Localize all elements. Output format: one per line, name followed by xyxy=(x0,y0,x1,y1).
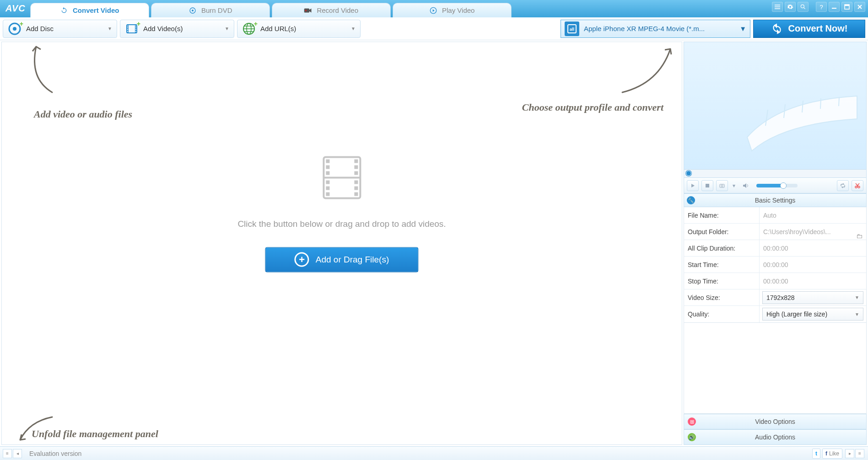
convert-now-button[interactable]: Convert Now! xyxy=(753,20,865,38)
play-button[interactable] xyxy=(687,180,699,191)
seek-bar[interactable] xyxy=(684,170,867,178)
file-name-field[interactable]: Auto xyxy=(760,212,866,219)
facebook-like-button[interactable]: fLike xyxy=(822,449,842,459)
loop-button[interactable] xyxy=(837,180,849,191)
app-logo: AVC xyxy=(5,3,26,14)
svg-rect-38 xyxy=(354,186,358,190)
duration-field[interactable]: 00:00:00 xyxy=(760,245,866,252)
svg-rect-14 xyxy=(127,26,128,27)
svg-rect-15 xyxy=(127,27,128,28)
add-drag-files-button[interactable]: + Add or Drag File(s) xyxy=(265,247,418,272)
button-label: Add Disc xyxy=(26,25,54,32)
settings-table: File Name: Auto Output Folder: C:\Users\… xyxy=(684,207,867,323)
svg-rect-18 xyxy=(135,26,136,27)
setting-stop-time: Stop Time: 00:00:00 xyxy=(684,273,866,289)
cut-button[interactable] xyxy=(852,180,863,191)
folder-icon[interactable]: 🗀 xyxy=(856,232,863,240)
close-icon[interactable] xyxy=(854,2,865,12)
svg-line-44 xyxy=(839,97,839,106)
tab-convert-video[interactable]: Convert Video xyxy=(30,3,149,17)
snapshot-dropdown-icon[interactable]: ▾ xyxy=(731,180,737,191)
tab-label: Play Video xyxy=(442,6,474,14)
svg-point-5 xyxy=(801,5,804,8)
svg-rect-31 xyxy=(326,180,329,184)
film-icon: + xyxy=(125,22,139,36)
convert-icon xyxy=(771,23,783,35)
stop-time-field[interactable]: 00:00:00 xyxy=(760,278,866,285)
file-list-area[interactable]: Add video or audio files Choose output p… xyxy=(1,42,682,445)
collapse-right-icon[interactable]: ▸ xyxy=(845,449,854,458)
list-view-icon[interactable]: ≡ xyxy=(3,449,12,458)
camera-icon xyxy=(304,6,312,15)
settings-icon[interactable] xyxy=(785,2,796,12)
setting-video-size: Video Size: 1792x828 ▼ xyxy=(684,289,866,306)
menu-icon[interactable] xyxy=(772,2,783,12)
twitter-button[interactable]: t xyxy=(812,449,820,459)
add-disc-button[interactable]: + Add Disc ▼ xyxy=(3,20,117,38)
volume-slider[interactable] xyxy=(756,184,798,187)
video-options-icon: ⊞ xyxy=(688,417,696,426)
svg-rect-37 xyxy=(354,180,358,184)
svg-rect-35 xyxy=(354,165,358,169)
status-bar: ≡ ◂ Evaluation version t fLike ▸ ≡ xyxy=(0,446,868,460)
svg-point-3 xyxy=(305,10,307,11)
main-tabs: Convert Video Burn DVD Record Video Play… xyxy=(30,2,513,17)
maximize-icon[interactable] xyxy=(841,2,852,12)
list-view-right-icon[interactable]: ≡ xyxy=(855,449,864,458)
search-icon[interactable] xyxy=(798,2,809,12)
setting-file-name: File Name: Auto xyxy=(684,207,866,224)
basic-settings-header[interactable]: 🔧 Basic Settings xyxy=(684,193,867,207)
volume-handle[interactable] xyxy=(780,182,787,189)
svg-point-10 xyxy=(13,27,16,31)
start-time-field[interactable]: 00:00:00 xyxy=(760,261,866,268)
quality-select[interactable]: High (Larger file size) ▼ xyxy=(762,308,863,321)
snapshot-button[interactable] xyxy=(716,180,728,191)
svg-point-47 xyxy=(721,185,723,187)
status-text: Evaluation version xyxy=(29,450,81,457)
facebook-icon: f xyxy=(825,450,827,457)
hint-arrow-icon xyxy=(20,42,66,97)
hint-arrow-icon xyxy=(613,42,677,97)
svg-line-43 xyxy=(820,98,821,109)
svg-rect-2 xyxy=(304,8,309,12)
output-profile-select[interactable]: all Apple iPhone XR MPEG-4 Movie (*.m...… xyxy=(561,20,750,38)
drop-zone: Click the button below or drag and drop … xyxy=(237,150,446,272)
svg-rect-29 xyxy=(326,165,329,169)
setting-all-clip-duration: All Clip Duration: 00:00:00 xyxy=(684,240,866,257)
svg-rect-21 xyxy=(135,31,136,32)
tab-burn-dvd[interactable]: Burn DVD xyxy=(151,3,270,17)
tab-label: Burn DVD xyxy=(201,6,232,14)
right-panel: ▾ 🔧 Basic Settings File Name: Auto Outpu… xyxy=(684,42,867,445)
profile-icon: all xyxy=(565,21,579,36)
video-options-header[interactable]: ⊞ Video Options xyxy=(684,414,867,429)
seek-handle[interactable] xyxy=(686,171,691,176)
svg-rect-45 xyxy=(706,184,709,187)
add-urls-button[interactable]: + Add URL(s) ▼ xyxy=(237,20,361,38)
svg-rect-39 xyxy=(354,192,358,196)
output-folder-field[interactable]: C:\Users\hroy\Videos\... 🗀 xyxy=(760,228,866,235)
help-icon[interactable]: ? xyxy=(816,2,827,12)
plus-circle-icon: + xyxy=(295,252,309,267)
chevron-down-icon: ▼ xyxy=(108,26,112,31)
svg-rect-17 xyxy=(127,31,128,32)
add-videos-button[interactable]: + Add Video(s) ▼ xyxy=(120,20,234,38)
button-label: Convert Now! xyxy=(788,23,848,34)
svg-rect-33 xyxy=(326,192,329,196)
svg-rect-30 xyxy=(326,171,329,175)
button-label: Add Video(s) xyxy=(143,25,183,32)
chevron-down-icon: ▼ xyxy=(351,26,356,31)
audio-options-header[interactable]: 🔊 Audio Options xyxy=(684,429,867,445)
audio-options-icon: 🔊 xyxy=(688,433,696,441)
stop-button[interactable] xyxy=(701,180,713,191)
collapse-left-icon[interactable]: ◂ xyxy=(13,449,22,458)
volume-icon[interactable] xyxy=(740,180,752,191)
title-bar: AVC Convert Video Burn DVD Record Video … xyxy=(0,0,868,17)
chevron-down-icon: ▼ xyxy=(855,295,859,300)
tab-play-video[interactable]: Play Video xyxy=(393,3,512,17)
tab-record-video[interactable]: Record Video xyxy=(272,3,391,17)
svg-rect-32 xyxy=(326,186,329,190)
minimize-icon[interactable] xyxy=(829,2,840,12)
video-size-select[interactable]: 1792x828 ▼ xyxy=(762,291,863,304)
svg-rect-19 xyxy=(135,27,136,28)
toolbar: + Add Disc ▼ + Add Video(s) ▼ + Add URL(… xyxy=(0,17,868,40)
